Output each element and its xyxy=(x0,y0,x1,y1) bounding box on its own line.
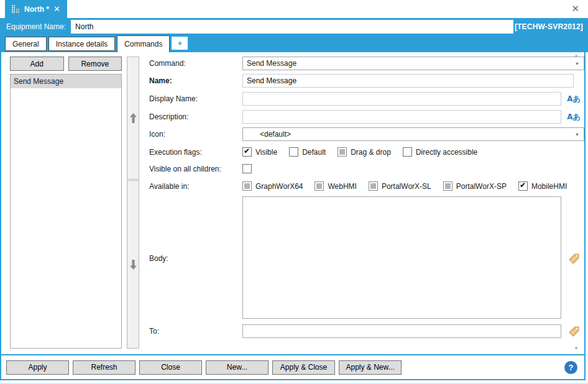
checkbox-default[interactable]: Default xyxy=(289,147,326,157)
checkbox-icon xyxy=(242,147,252,157)
to-label: To: xyxy=(149,327,242,336)
checkbox-mobilehmi[interactable]: MobileHMI xyxy=(518,181,567,191)
document-tab-close-icon[interactable]: ✕ xyxy=(53,4,60,14)
arrow-up-icon xyxy=(130,113,137,123)
window-close-icon[interactable]: ✕ xyxy=(571,4,579,13)
tab-commands[interactable]: Commands xyxy=(117,35,170,52)
document-tab-strip: North * ✕ ✕ xyxy=(0,0,588,18)
tab-instance-details[interactable]: Instance details xyxy=(48,37,115,51)
checkbox-icon xyxy=(369,181,378,191)
equipment-icon xyxy=(12,5,20,13)
section-tabstrip: General Instance details Commands + xyxy=(0,35,588,52)
reorder-arrows xyxy=(127,57,139,349)
close-button[interactable]: Close xyxy=(139,360,202,375)
move-up-button[interactable] xyxy=(127,57,139,180)
visible-on-all-children-label: Visible on all children: xyxy=(149,165,242,173)
remove-button[interactable]: Remove xyxy=(68,57,122,71)
move-down-button[interactable] xyxy=(127,180,139,349)
checkbox-visible[interactable]: Visible xyxy=(242,147,277,157)
chevron-down-icon: ▼ xyxy=(575,132,579,137)
checkbox-icon xyxy=(315,181,324,191)
server-name-badge: [TECHW-SVR2012] xyxy=(515,22,583,31)
tag-icon[interactable] xyxy=(569,254,579,264)
apply-button[interactable]: Apply xyxy=(6,360,69,375)
tab-add-button[interactable]: + xyxy=(172,37,188,50)
body-textarea[interactable] xyxy=(242,196,561,319)
command-form: Command: Send Message ▼ Name: Display Na… xyxy=(149,57,584,354)
chevron-down-icon: ▼ xyxy=(575,62,579,66)
equipment-header: Equipment Name: [TECHW-SVR2012] xyxy=(0,18,588,35)
checkbox-graphworx64[interactable]: GraphWorX64 xyxy=(242,181,303,191)
list-item-send-message[interactable]: Send Message xyxy=(11,75,121,88)
available-in-label: Available in: xyxy=(149,182,242,191)
checkbox-visible-on-all-children[interactable] xyxy=(242,164,255,173)
document-tab-label: North * xyxy=(24,5,49,14)
icon-label: Icon: xyxy=(149,130,242,139)
display-name-input[interactable] xyxy=(242,92,561,106)
main-panel: ▲ ▼ Add Remove Send Message xyxy=(0,52,586,380)
checkbox-directly-accessible[interactable]: Directly accessible xyxy=(403,147,477,157)
checkbox-icon xyxy=(242,181,252,191)
checkbox-webhmi[interactable]: WebHMI xyxy=(315,181,356,191)
command-list-panel: Add Remove Send Message xyxy=(10,57,122,354)
footer-bar: Apply Refresh Close New... Apply & Close… xyxy=(1,354,584,379)
localize-icon[interactable]: Aあ xyxy=(567,112,581,122)
icon-dropdown[interactable]: <default> ▼ xyxy=(242,127,584,141)
add-button[interactable]: Add xyxy=(10,57,64,71)
description-input[interactable] xyxy=(242,110,561,124)
arrow-down-icon xyxy=(130,260,137,270)
tag-icon[interactable] xyxy=(569,326,579,337)
commands-content: ▲ ▼ Add Remove Send Message xyxy=(1,52,584,354)
checkbox-icon xyxy=(403,147,412,157)
refresh-button[interactable]: Refresh xyxy=(73,360,136,375)
equipment-name-input[interactable] xyxy=(71,20,513,34)
to-input[interactable] xyxy=(242,324,561,338)
help-button[interactable]: ? xyxy=(564,361,577,374)
checkbox-icon xyxy=(242,164,252,173)
checkbox-portalworx-sp[interactable]: PortalWorX-SP xyxy=(443,181,507,191)
available-in-group: GraphWorX64 WebHMI PortalWorX-SL Po xyxy=(242,181,567,191)
equipment-name-label: Equipment Name: xyxy=(6,22,66,31)
checkbox-drag-drop[interactable]: Drag & drop xyxy=(338,147,391,157)
checkbox-icon xyxy=(443,181,452,191)
command-label: Command: xyxy=(149,59,242,68)
display-name-label: Display Name: xyxy=(149,94,242,103)
name-input[interactable] xyxy=(242,74,574,88)
description-label: Description: xyxy=(149,112,242,121)
equipment-dialog-window: North * ✕ ✕ Equipment Name: [TECHW-SVR20… xyxy=(0,0,588,384)
command-list: Send Message xyxy=(10,74,122,349)
checkbox-portalworx-sl[interactable]: PortalWorX-SL xyxy=(369,181,431,191)
execution-flags-label: Execution flags: xyxy=(149,148,242,157)
apply-and-new-button[interactable]: Apply & New... xyxy=(339,360,402,375)
document-tab-north[interactable]: North * ✕ xyxy=(5,0,67,18)
execution-flags-group: Visible Default Drag & drop Directl xyxy=(242,147,477,157)
localize-icon[interactable]: Aあ xyxy=(567,94,581,104)
checkbox-icon xyxy=(338,147,347,157)
plus-icon: + xyxy=(178,39,183,48)
checkbox-icon xyxy=(518,181,528,191)
new-button[interactable]: New... xyxy=(206,360,269,375)
scroll-down-icon[interactable]: ▼ xyxy=(574,345,579,351)
apply-and-close-button[interactable]: Apply & Close xyxy=(272,360,335,375)
body-label: Body: xyxy=(149,254,242,263)
command-dropdown[interactable]: Send Message ▼ xyxy=(242,57,584,70)
checkbox-icon xyxy=(289,147,298,157)
tab-general[interactable]: General xyxy=(5,37,47,51)
name-label: Name: xyxy=(149,76,242,85)
